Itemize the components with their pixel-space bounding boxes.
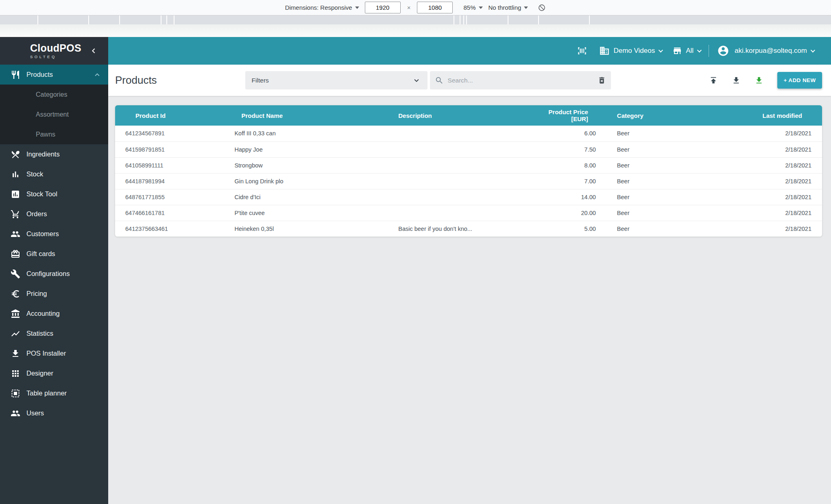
table-row[interactable]: 641598791851Happy Joe7.50Beer2/18/2021 — [115, 141, 822, 157]
ruler-tick — [463, 15, 464, 24]
layout-icon — [11, 389, 20, 398]
sidebar-item-pos-installer[interactable]: POS Installer — [0, 343, 108, 363]
table-row[interactable]: 647466161781P'tite cuvee20.00Beer2/18/20… — [115, 205, 822, 221]
column-header-last-modified[interactable]: Last modified — [703, 105, 822, 126]
sidebar-item-accounting[interactable]: Accounting — [0, 304, 108, 324]
ruler-tick — [538, 15, 539, 24]
page-title: Products — [115, 74, 157, 87]
building-icon — [599, 46, 610, 56]
company-selector[interactable]: Demo Videos — [599, 46, 662, 56]
sidebar-subitem-categories[interactable]: Categories — [0, 85, 108, 104]
import-upload-icon[interactable] — [709, 76, 718, 85]
sidebar-item-pricing[interactable]: Pricing — [0, 284, 108, 304]
add-new-button[interactable]: + ADD NEW — [777, 72, 822, 89]
column-header-description[interactable]: Description — [398, 105, 532, 126]
ruler-tick — [166, 15, 167, 24]
account-menu[interactable]: aki.korpua@solteq.com — [717, 45, 814, 57]
table-header-row: Product IdProduct NameDescriptionProduct… — [115, 105, 822, 126]
sidebar-item-configurations[interactable]: Configurations — [0, 264, 108, 284]
sidebar-item-stock[interactable]: Stock — [0, 164, 108, 184]
app-logo-subtitle: SOLTEQ — [30, 54, 81, 59]
viewport-width-input[interactable] — [365, 2, 401, 13]
cell-modified: 2/18/2021 — [703, 157, 822, 173]
viewport-height-input[interactable] — [417, 2, 453, 13]
trend-icon — [11, 329, 20, 339]
table-row[interactable]: 641234567891Koff III 0,33 can6.00Beer2/1… — [115, 126, 822, 141]
column-header-product-name[interactable]: Product Name — [234, 105, 398, 126]
cell-description — [398, 126, 532, 141]
sidebar-item-statistics[interactable]: Statistics — [0, 324, 108, 343]
storefront-icon — [672, 46, 682, 56]
sidebar-item-orders[interactable]: Orders — [0, 204, 108, 224]
export-download-icon[interactable] — [732, 76, 741, 85]
sidebar-item-label: Orders — [26, 210, 47, 218]
sidebar-item-ingredients[interactable]: Ingredients — [0, 144, 108, 164]
cutlery-crossed-icon — [11, 150, 20, 159]
download-icon — [11, 349, 20, 358]
barcode-scanner-icon[interactable] — [576, 46, 588, 56]
filters-dropdown[interactable]: Filters — [245, 71, 427, 89]
table-row[interactable]: 648761771855Cidre d'Ici14.00Beer2/18/202… — [115, 189, 822, 205]
dimensions-selector[interactable]: Dimensions: Responsive — [285, 4, 359, 11]
sidebar-item-customers[interactable]: Customers — [0, 224, 108, 244]
rotate-viewport-icon[interactable] — [538, 4, 546, 12]
sidebar-item-table-planner[interactable]: Table planner — [0, 383, 108, 403]
sidebar-item-label: POS Installer — [26, 350, 66, 357]
cell-name: Happy Joe — [234, 141, 398, 157]
gift-card-icon — [11, 249, 20, 259]
sidebar-subitem-assortment[interactable]: Assortment — [0, 104, 108, 124]
ruler-tick — [454, 15, 454, 24]
search-input[interactable] — [448, 77, 598, 84]
grid-icon — [11, 369, 20, 378]
company-name: Demo Videos — [613, 47, 655, 55]
cell-id: 641598791851 — [115, 141, 234, 157]
sidebar-item-products[interactable]: Products — [0, 65, 108, 85]
search-box — [430, 71, 611, 89]
cell-price: 7.50 — [532, 141, 598, 157]
download-template-icon[interactable] — [755, 76, 763, 85]
devtools-toolbar: Dimensions: Responsive × 85% No throttli… — [0, 0, 831, 15]
viewport-gap — [0, 24, 831, 37]
zoom-dropdown-arrow — [479, 7, 483, 9]
table-row[interactable]: 644187981994Gin Long Drink plo7.00Beer2/… — [115, 173, 822, 189]
cell-price: 6.00 — [532, 126, 598, 141]
sidebar-item-stock-tool[interactable]: Stock Tool — [0, 184, 108, 204]
ruler-tick — [508, 15, 508, 24]
user-email: aki.korpua@solteq.com — [735, 47, 807, 55]
chevron-down-icon — [697, 48, 702, 52]
zoom-selector[interactable]: 85% — [463, 4, 482, 11]
sidebar-item-designer[interactable]: Designer — [0, 363, 108, 383]
bar-chart-icon — [11, 169, 20, 179]
chevron-up-icon — [93, 70, 102, 79]
people-icon — [11, 229, 20, 239]
table-row[interactable]: 6412375663461Heineken 0,35lBasic beer if… — [115, 221, 822, 237]
people-icon — [11, 408, 20, 418]
table-body: 641234567891Koff III 0,33 can6.00Beer2/1… — [115, 126, 822, 237]
products-table: Product IdProduct NameDescriptionProduct… — [115, 105, 822, 237]
cell-category: Beer — [598, 157, 703, 173]
sidebar-item-users[interactable]: Users — [0, 403, 108, 423]
column-header-product-id[interactable]: Product Id — [115, 105, 234, 126]
sidebar-item-label: Statistics — [26, 330, 53, 337]
store-selector[interactable]: All — [672, 46, 700, 56]
cell-category: Beer — [598, 141, 703, 157]
throttling-selector[interactable]: No throttling — [489, 4, 528, 11]
sidebar: CloudPOS SOLTEQ Products CategoriesAssor… — [0, 37, 108, 504]
sidebar-item-gift-cards[interactable]: Gift cards — [0, 244, 108, 264]
clear-search-icon[interactable] — [598, 76, 606, 85]
zoom-value: 85% — [463, 4, 475, 11]
sidebar-item-label: Designer — [26, 369, 53, 377]
sidebar-subitem-pawns[interactable]: Pawns — [0, 124, 108, 144]
sidebar-item-label: Customers — [26, 230, 59, 238]
app-logo: CloudPOS — [30, 43, 81, 53]
sidebar-collapse-icon[interactable] — [89, 46, 98, 56]
cell-price: 14.00 — [532, 189, 598, 205]
sidebar-item-label: Stock Tool — [26, 190, 57, 198]
dimensions-times-separator: × — [406, 4, 412, 11]
chevron-down-icon — [412, 76, 421, 85]
cell-description — [398, 205, 532, 221]
column-header-product-price-eur-[interactable]: Product Price [EUR] — [532, 105, 598, 126]
sidebar-item-label: Ingredients — [26, 150, 60, 158]
table-row[interactable]: 641058991111Strongbow8.00Beer2/18/2021 — [115, 157, 822, 173]
column-header-category[interactable]: Category — [598, 105, 703, 126]
